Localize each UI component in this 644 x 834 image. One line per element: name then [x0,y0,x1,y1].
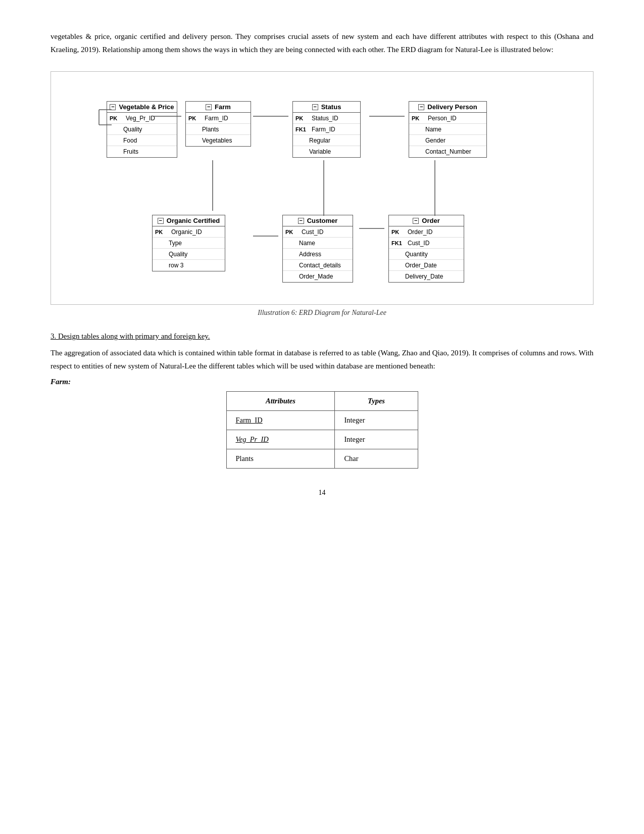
customer-pk-field: Cust_ID [300,228,350,236]
farm-field-2: Vegetables [202,137,232,144]
farm-table: Attributes Types Farm_ID Integer Veg_Pr_… [226,391,418,469]
organic-pk-field: Organic_ID [169,228,222,236]
entity-delivery-person: − Delivery Person PK Person_ID Name Gend… [409,101,487,158]
order-field-1: Quantity [405,251,428,258]
customer-field-3: Contact_details [299,262,341,269]
entity-customer: − Customer PK Cust_ID Name Address Conta… [282,215,353,283]
table-cell-veg-pr-id: Veg_Pr_ID [226,430,335,449]
farm-pk-label: PK [188,115,203,121]
page-number: 14 [51,489,593,497]
section-paragraph: The aggregation of associated data which… [51,347,593,373]
status-pk-label: PK [295,115,310,121]
veg-field-3: Fruits [123,148,138,155]
delivery-field-2: Gender [425,137,445,144]
delivery-field-1: Name [425,126,441,133]
entity-status-title: Status [321,103,341,111]
entity-status: − Status PK Status_ID FK1 Farm_ID Regula… [292,101,361,158]
entity-farm: − Farm PK Farm_ID Plants Vegetables [185,101,251,147]
minus-icon-order: − [413,218,419,224]
status-fk-field: Farm_ID [310,126,358,133]
delivery-pk-field: Person_ID [426,115,484,122]
erd-caption: Illustration 6: ERD Diagram for Natural-… [51,309,593,317]
minus-icon-status: − [312,104,318,110]
section-heading: 3. Design tables along with primary and … [51,332,593,341]
status-pk-field: Status_ID [310,115,358,122]
table-row: Farm_ID Integer [226,411,418,430]
erd-container: − Vegetable & Price PK Veg_Pr_ID Quality… [51,71,593,305]
farm-label: Farm: [51,378,593,386]
pk-label: PK [110,115,124,121]
entity-order: − Order PK Order_ID FK1 Cust_ID Quantity… [388,215,464,283]
organic-pk-label: PK [155,229,169,235]
customer-field-4: Order_Made [299,273,333,280]
organic-field-2: Quality [169,251,187,258]
order-fk-label: FK1 [391,240,406,246]
status-field-2: Variable [309,148,331,155]
delivery-pk-label: PK [412,115,426,121]
organic-field-1: Type [169,240,182,247]
status-fk-label: FK1 [295,126,310,132]
intro-paragraph: vegetables & price, organic certified an… [51,30,593,56]
veg-field-2: Food [123,137,137,144]
table-row: Veg_Pr_ID Integer [226,430,418,449]
delivery-field-3: Contact_Number [425,148,471,155]
order-pk-field: Order_ID [406,228,461,236]
entity-veg-price-title: Vegetable & Price [119,103,174,111]
organic-field-3: row 3 [169,262,183,269]
order-pk-label: PK [391,229,406,235]
entity-organic-title: Organic Certified [167,217,220,224]
minus-icon: − [110,104,116,110]
customer-pk-label: PK [285,229,300,235]
entity-organic-certified: − Organic Certified PK Organic_ID Type Q… [152,215,225,271]
table-cell-farm-id: Farm_ID [226,411,335,430]
farm-table-wrapper: Attributes Types Farm_ID Integer Veg_Pr_… [51,391,593,469]
veg-pk-field: Veg_Pr_ID [124,115,174,122]
farm-field-1: Plants [202,126,219,133]
table-cell-plants: Plants [226,449,335,469]
minus-icon-customer: − [298,218,304,224]
table-cell-veg-pr-id-type: Integer [335,430,418,449]
customer-field-2: Address [299,251,321,258]
status-field-1: Regular [309,137,330,144]
erd-diagram: − Vegetable & Price PK Veg_Pr_ID Quality… [56,82,588,299]
farm-pk-field: Farm_ID [203,115,248,122]
entity-order-title: Order [422,217,439,224]
customer-field-1: Name [299,240,315,247]
entity-delivery-title: Delivery Person [427,103,477,111]
entity-customer-title: Customer [307,217,338,224]
minus-icon-farm: − [206,104,212,110]
entity-veg-price: − Vegetable & Price PK Veg_Pr_ID Quality… [107,101,177,158]
minus-icon-organic: − [158,218,164,224]
order-field-2: Order_Date [405,262,437,269]
minus-icon-delivery: − [418,104,424,110]
entity-farm-title: Farm [215,103,231,111]
order-fk-field: Cust_ID [406,240,461,247]
col-header-attributes: Attributes [226,392,335,411]
table-row: Plants Char [226,449,418,469]
col-header-types: Types [335,392,418,411]
table-cell-farm-id-type: Integer [335,411,418,430]
veg-field-1: Quality [123,126,142,133]
table-cell-plants-type: Char [335,449,418,469]
order-field-3: Delivery_Date [405,273,443,280]
